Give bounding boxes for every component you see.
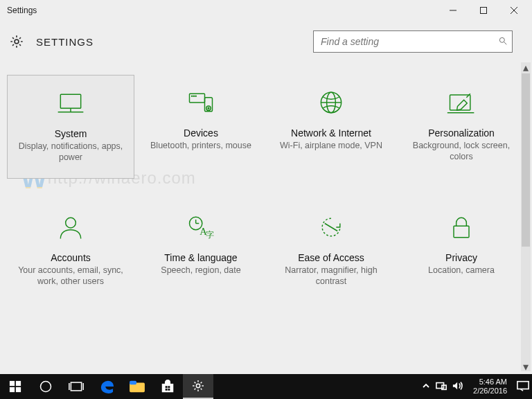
svg-rect-38	[130, 383, 144, 391]
svg-rect-35	[71, 382, 81, 391]
tile-system[interactable]: System Display, notifications, apps, pow…	[7, 75, 134, 179]
start-button[interactable]	[0, 374, 30, 399]
maximize-button[interactable]	[468, 0, 499, 21]
tile-label: Privacy	[445, 252, 477, 263]
person-icon	[55, 213, 86, 241]
svg-rect-41	[166, 386, 168, 388]
header: SETTINGS	[0, 21, 532, 60]
search-box[interactable]	[313, 30, 513, 53]
svg-point-11	[192, 96, 193, 96]
svg-line-6	[504, 42, 507, 44]
time-language-icon: A字	[186, 213, 216, 241]
tile-desc: Your accounts, email, sync, work, other …	[12, 265, 129, 287]
monitor-icon	[55, 89, 86, 117]
tile-label: Network & Internet	[291, 127, 371, 139]
scrollbar[interactable]: ▴ ▾	[521, 62, 531, 371]
svg-text:字: 字	[206, 230, 214, 240]
action-center-icon[interactable]	[517, 380, 529, 393]
search-input[interactable]	[319, 35, 498, 48]
close-button[interactable]	[499, 0, 529, 21]
content-area: Whttp://winaero.com System Display, noti…	[0, 60, 532, 374]
minimize-button[interactable]	[438, 0, 468, 21]
svg-rect-42	[168, 386, 170, 388]
settings-taskbar-button[interactable]	[183, 374, 213, 399]
personalize-icon	[446, 89, 477, 116]
tile-accounts[interactable]: Accounts Your accounts, email, sync, wor…	[7, 200, 134, 303]
tile-desc: Location, camera	[428, 265, 495, 276]
svg-point-5	[499, 37, 504, 42]
volume-tray-icon[interactable]	[452, 381, 463, 392]
edge-button[interactable]	[91, 374, 122, 399]
svg-line-22	[466, 94, 470, 98]
tile-label: Accounts	[51, 252, 91, 263]
tray-date: 2/26/2016	[473, 387, 507, 396]
svg-rect-44	[168, 389, 170, 391]
svg-marker-48	[453, 382, 457, 390]
tile-label: Time & language	[164, 252, 237, 263]
titlebar: Settings	[0, 0, 532, 21]
svg-point-4	[15, 39, 19, 44]
scroll-down-arrow[interactable]: ▾	[521, 362, 531, 371]
tile-desc: Background, lock screen, colors	[403, 140, 520, 163]
svg-point-13	[195, 96, 196, 96]
svg-rect-43	[166, 389, 168, 391]
tile-privacy[interactable]: Privacy Location, camera	[398, 200, 525, 303]
lock-icon	[446, 213, 477, 241]
tile-desc: Display, notifications, apps, power	[13, 141, 128, 163]
svg-rect-40	[163, 384, 173, 392]
tile-desc: Bluetooth, printers, mouse	[150, 140, 251, 151]
tile-label: Devices	[184, 127, 218, 139]
devices-icon	[186, 89, 216, 116]
svg-rect-49	[517, 382, 529, 389]
tile-personalization[interactable]: Personalization Background, lock screen,…	[398, 75, 525, 179]
tile-time-language[interactable]: A字 Time & language Speech, region, date	[137, 200, 265, 303]
svg-rect-7	[60, 94, 80, 108]
scroll-up-arrow[interactable]: ▴	[521, 62, 531, 72]
svg-rect-1	[481, 8, 487, 14]
cortana-button[interactable]	[30, 374, 61, 399]
scroll-thumb[interactable]	[522, 73, 530, 247]
file-explorer-button[interactable]	[122, 374, 152, 399]
svg-rect-33	[16, 387, 21, 392]
tile-label: System	[55, 128, 87, 139]
svg-rect-32	[10, 387, 15, 392]
svg-rect-10	[190, 94, 205, 103]
tiles-grid: System Display, notifications, apps, pow…	[7, 66, 525, 303]
svg-point-16	[208, 107, 209, 109]
store-button[interactable]	[152, 374, 183, 399]
svg-rect-30	[10, 381, 15, 386]
svg-rect-29	[454, 226, 469, 238]
svg-rect-31	[16, 381, 21, 386]
svg-point-15	[206, 106, 211, 110]
svg-point-12	[193, 96, 194, 96]
tray-time: 5:46 AM	[473, 378, 507, 387]
task-view-button[interactable]	[61, 374, 91, 399]
search-icon	[498, 36, 508, 48]
svg-point-23	[66, 218, 76, 228]
svg-point-45	[196, 384, 200, 387]
system-tray: 5:46 AM 2/26/2016	[422, 378, 532, 395]
tile-label: Ease of Access	[298, 252, 364, 263]
svg-point-34	[41, 382, 51, 392]
globe-icon	[316, 89, 346, 116]
taskbar: 5:46 AM 2/26/2016	[0, 374, 532, 399]
tile-desc: Wi-Fi, airplane mode, VPN	[280, 140, 382, 151]
tile-desc: Speech, region, date	[161, 265, 240, 276]
tile-desc: Narrator, magnifier, high contrast	[273, 265, 389, 287]
tray-clock[interactable]: 5:46 AM 2/26/2016	[469, 378, 511, 395]
page-title: SETTINGS	[36, 36, 313, 48]
window-title: Settings	[7, 6, 438, 15]
svg-rect-39	[130, 382, 136, 384]
tile-label: Personalization	[428, 127, 495, 139]
tile-network[interactable]: Network & Internet Wi-Fi, airplane mode,…	[267, 75, 395, 179]
network-tray-icon[interactable]	[436, 381, 447, 392]
tile-devices[interactable]: Devices Bluetooth, printers, mouse	[137, 75, 265, 179]
tray-chevron-icon[interactable]	[422, 382, 430, 391]
gear-icon	[7, 32, 26, 51]
tile-ease-of-access[interactable]: Ease of Access Narrator, magnifier, high…	[267, 200, 395, 303]
ease-of-access-icon	[316, 213, 346, 241]
settings-window: Settings SETTINGS Whttp://winaero.com	[0, 0, 532, 374]
